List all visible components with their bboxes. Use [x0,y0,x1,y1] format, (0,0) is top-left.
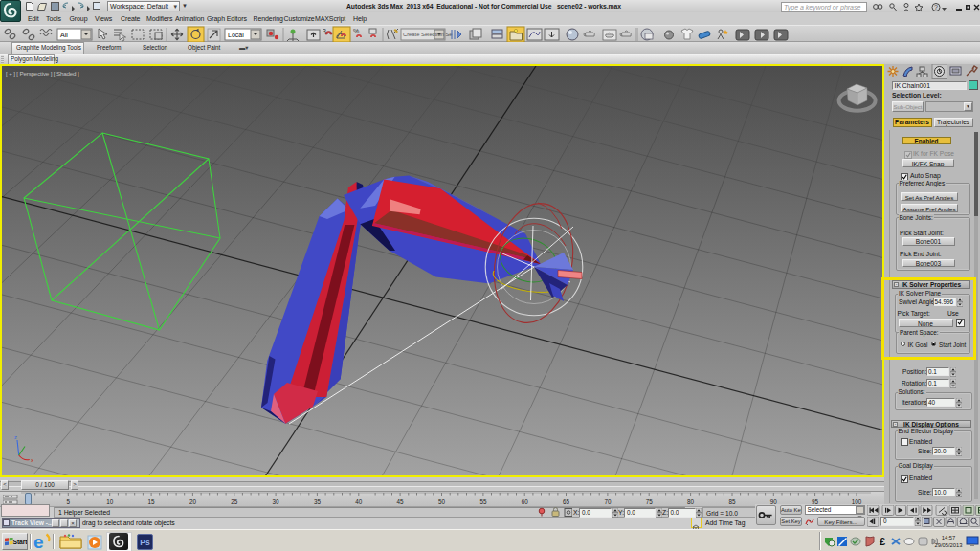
svg-text:z: z [14,434,17,440]
svg-text:65: 65 [563,498,570,505]
svg-text:Local: Local [228,32,244,38]
svg-text:£: £ [880,536,885,547]
svg-text:Create Selection Se: Create Selection Se [403,32,453,37]
svg-text:50: 50 [438,498,446,505]
svg-text:x: x [31,457,33,463]
svg-text:75: 75 [646,498,654,505]
svg-text:10: 10 [106,498,114,505]
svg-text:40: 40 [355,498,363,505]
svg-text:30: 30 [273,498,280,505]
svg-text:20: 20 [189,498,197,505]
svg-text:[ + ] [ Perspective ] [ Shaded: [ + ] [ Perspective ] [ Shaded ] [6,70,79,77]
svg-text:15: 15 [148,498,156,505]
svg-text:?: ? [934,4,938,11]
svg-text:55: 55 [479,498,487,505]
svg-text:All: All [60,32,68,38]
svg-text:5: 5 [67,498,71,505]
svg-text:60: 60 [522,498,529,505]
svg-text:85: 85 [728,498,736,505]
svg-text:e: e [33,532,44,550]
svg-text:70: 70 [604,498,612,505]
svg-text:45: 45 [397,498,405,505]
svg-text:25: 25 [231,498,238,505]
svg-text:80: 80 [687,498,695,505]
svg-text:%: % [353,28,359,34]
svg-text:35: 35 [314,498,322,505]
